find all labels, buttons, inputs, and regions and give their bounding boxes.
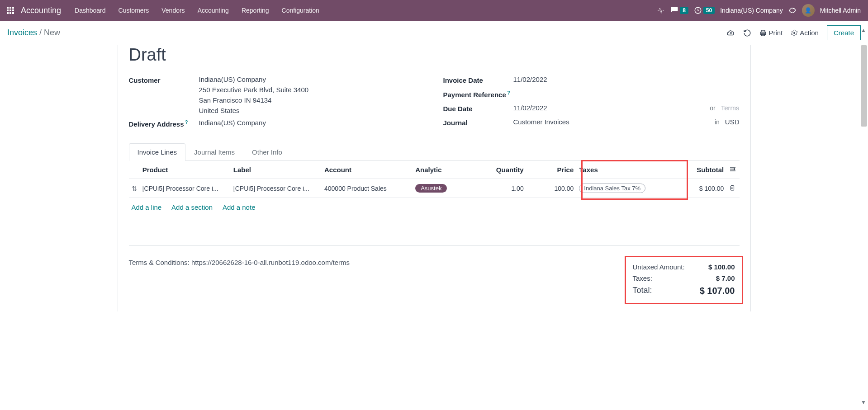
add-note-link[interactable]: Add a note bbox=[223, 203, 256, 211]
line-product[interactable]: [CPUi5] Processor Core i... bbox=[140, 179, 231, 198]
tab-journal-items[interactable]: Journal Items bbox=[185, 143, 243, 160]
add-section-link[interactable]: Add a section bbox=[171, 203, 213, 211]
line-account[interactable]: 400000 Product Sales bbox=[322, 179, 413, 198]
nav-customers[interactable]: Customers bbox=[112, 0, 156, 21]
col-account[interactable]: Account bbox=[322, 161, 413, 179]
nav-reporting[interactable]: Reporting bbox=[235, 0, 275, 21]
payment-ref-label: Payment Reference ? bbox=[443, 90, 513, 99]
due-date-label: Due Date bbox=[443, 104, 513, 113]
nav-accounting[interactable]: Accounting bbox=[191, 0, 235, 21]
scroll-up-arrow[interactable]: ▲ bbox=[861, 27, 866, 33]
add-line-link[interactable]: Add a line bbox=[132, 203, 162, 211]
col-product[interactable]: Product bbox=[140, 161, 231, 179]
support-icon[interactable] bbox=[657, 6, 665, 14]
customer-label: Customer bbox=[129, 75, 199, 84]
totals: Untaxed Amount: $ 100.00 Taxes: $ 7.00 T… bbox=[628, 259, 740, 301]
line-quantity[interactable]: 1.00 bbox=[476, 179, 526, 198]
col-taxes[interactable]: Taxes bbox=[576, 161, 681, 179]
invoice-lines-table: Product Label Account Analytic Quantity … bbox=[129, 161, 740, 198]
messages-indicator[interactable]: 8 bbox=[670, 6, 688, 14]
line-taxes[interactable]: Indiana Sales Tax 7% bbox=[576, 179, 681, 198]
currency-field[interactable]: USD bbox=[725, 118, 740, 126]
cloud-save-icon[interactable] bbox=[727, 29, 735, 37]
untaxed-label: Untaxed Amount: bbox=[633, 263, 685, 271]
delete-line-icon[interactable] bbox=[726, 179, 739, 198]
discard-icon[interactable] bbox=[743, 29, 751, 37]
tab-invoice-lines[interactable]: Invoice Lines bbox=[129, 143, 186, 161]
taxes-total-label: Taxes: bbox=[633, 274, 652, 282]
control-panel: Invoices / New Print Action Create bbox=[0, 21, 868, 45]
col-subtotal[interactable]: Subtotal bbox=[681, 161, 727, 179]
user-name[interactable]: Mitchell Admin bbox=[820, 7, 861, 14]
nav-configuration[interactable]: Configuration bbox=[275, 0, 326, 21]
activities-indicator[interactable]: 50 bbox=[694, 6, 715, 14]
right-column: Invoice Date 11/02/2022 Payment Referenc… bbox=[443, 75, 740, 132]
taxes-total-value: $ 7.00 bbox=[716, 274, 735, 282]
col-price[interactable]: Price bbox=[526, 161, 577, 179]
invoice-date-label: Invoice Date bbox=[443, 75, 513, 84]
topnav: Accounting Dashboard Customers Vendors A… bbox=[0, 0, 868, 21]
debug-icon[interactable] bbox=[788, 6, 797, 14]
total-value: $ 107.00 bbox=[700, 286, 735, 296]
drag-handle-icon[interactable]: ⇅ bbox=[129, 179, 140, 198]
create-button[interactable]: Create bbox=[827, 25, 861, 40]
line-label[interactable]: [CPUi5] Processor Core i... bbox=[231, 179, 322, 198]
tabs: Invoice Lines Journal Items Other Info bbox=[129, 143, 740, 161]
line-price[interactable]: 100.00 bbox=[526, 179, 577, 198]
delivery-help-icon[interactable]: ? bbox=[184, 120, 188, 125]
due-date-field[interactable]: 11/02/2022 bbox=[513, 104, 547, 112]
col-quantity[interactable]: Quantity bbox=[476, 161, 526, 179]
breadcrumb-root[interactable]: Invoices bbox=[7, 28, 37, 37]
delivery-label: Delivery Address ? bbox=[129, 119, 199, 128]
total-label: Total: bbox=[633, 286, 652, 296]
col-analytic[interactable]: Analytic bbox=[413, 161, 476, 179]
avatar[interactable]: 👤 bbox=[802, 4, 815, 17]
col-label[interactable]: Label bbox=[231, 161, 322, 179]
app-name[interactable]: Accounting bbox=[21, 6, 61, 15]
activities-badge: 50 bbox=[703, 7, 715, 14]
nav-dashboard[interactable]: Dashboard bbox=[68, 0, 112, 21]
journal-field[interactable]: Customer Invoices bbox=[513, 118, 569, 126]
messages-badge: 8 bbox=[680, 7, 688, 14]
apps-icon[interactable] bbox=[4, 7, 17, 14]
customer-field[interactable]: Indiana(US) Company 250 Executive Park B… bbox=[199, 75, 425, 114]
svg-point-4 bbox=[793, 32, 795, 34]
action-button[interactable]: Action bbox=[791, 29, 819, 37]
line-analytic[interactable]: Asustek bbox=[413, 179, 476, 198]
terms-field[interactable]: Terms bbox=[721, 104, 740, 112]
invoice-date-field[interactable]: 11/02/2022 bbox=[513, 75, 740, 83]
left-column: Customer Indiana(US) Company 250 Executi… bbox=[129, 75, 425, 132]
breadcrumb-current: New bbox=[44, 28, 60, 37]
tab-other-info[interactable]: Other Info bbox=[243, 143, 291, 160]
line-subtotal[interactable]: $ 100.00 bbox=[681, 179, 727, 198]
scrollbar[interactable] bbox=[861, 45, 867, 127]
payment-ref-help-icon[interactable]: ? bbox=[506, 90, 510, 95]
delivery-field[interactable]: Indiana(US) Company bbox=[199, 119, 425, 127]
breadcrumb: Invoices / New bbox=[7, 28, 60, 38]
company-switcher[interactable]: Indiana(US) Company bbox=[720, 7, 783, 14]
untaxed-value: $ 100.00 bbox=[708, 263, 735, 271]
status-title: Draft bbox=[129, 45, 740, 65]
columns-config-icon[interactable] bbox=[726, 161, 739, 179]
table-row[interactable]: ⇅ [CPUi5] Processor Core i... [CPUi5] Pr… bbox=[129, 179, 740, 198]
journal-label: Journal bbox=[443, 118, 513, 127]
terms-text[interactable]: Terms & Conditions: https://20662628-16-… bbox=[129, 259, 350, 266]
form-sheet: Draft Customer Indiana(US) Company 250 E… bbox=[118, 45, 751, 311]
print-button[interactable]: Print bbox=[759, 29, 783, 37]
nav-vendors[interactable]: Vendors bbox=[155, 0, 191, 21]
